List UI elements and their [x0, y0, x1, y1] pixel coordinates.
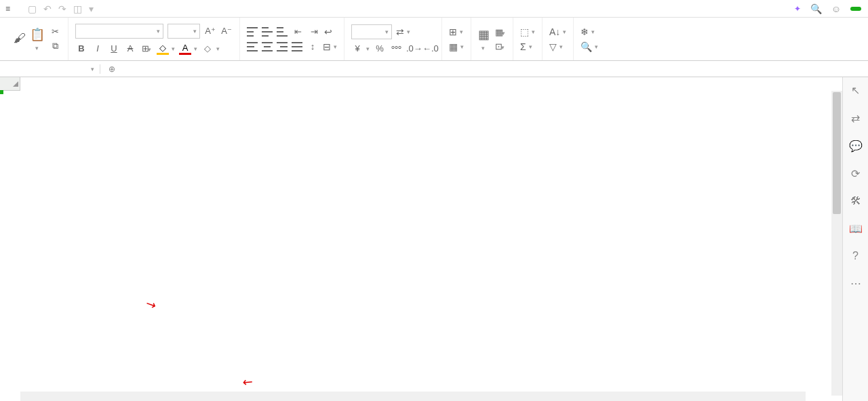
- percent-icon[interactable]: %: [374, 43, 386, 54]
- cursor-icon[interactable]: ↖: [851, 84, 860, 97]
- comment-icon[interactable]: 💬: [849, 140, 863, 152]
- find-button[interactable]: 🔍▾: [580, 41, 598, 52]
- sort-button[interactable]: A↓▾: [549, 26, 566, 37]
- copy-icon[interactable]: ⧉: [49, 41, 61, 51]
- ribbon: 🖌 📋▾ ✂ ⧉ ▾ ▾ A⁺ A⁻ B I U A ⊞▾ ◇▾ A▾ ◇▾: [0, 18, 868, 61]
- redo-icon[interactable]: ↷: [58, 3, 66, 14]
- backup-icon[interactable]: ⟳: [851, 167, 860, 180]
- tools-icon[interactable]: 🛠: [850, 195, 861, 207]
- side-panel: ↖ ⇄ 💬 ⟳ 🛠 📖 ? ⋯: [842, 77, 868, 401]
- qat-icon[interactable]: ◫: [73, 3, 82, 14]
- format-painter-button[interactable]: 🖌: [14, 31, 26, 47]
- feedback-icon[interactable]: ☺: [831, 3, 841, 14]
- help-icon[interactable]: ?: [852, 250, 859, 262]
- qat-icon[interactable]: ▾: [89, 3, 94, 14]
- name-box[interactable]: ▾: [0, 64, 100, 74]
- dec-decimal-icon[interactable]: ←.0: [422, 43, 435, 54]
- rowcol-button[interactable]: ⊞▾: [449, 26, 464, 37]
- font-name-select[interactable]: ▾: [75, 24, 163, 39]
- zoom-icon[interactable]: ⊕: [108, 64, 115, 74]
- currency-icon[interactable]: ¥: [351, 43, 363, 54]
- align-middle-icon[interactable]: [262, 27, 273, 37]
- search-icon[interactable]: 🔍: [810, 3, 822, 14]
- fill-button[interactable]: ⬚▾: [520, 26, 535, 37]
- clear-format-icon[interactable]: ◇: [201, 43, 214, 54]
- bold-button[interactable]: B: [75, 43, 87, 54]
- align-center-icon[interactable]: [262, 42, 273, 51]
- cell-style-icon[interactable]: ⊡▾: [494, 41, 506, 51]
- annotation-arrow-icon: ↘: [143, 295, 159, 313]
- convert-button[interactable]: ⇄▾: [396, 26, 410, 37]
- align-justify-icon[interactable]: [292, 42, 302, 51]
- align-left-icon[interactable]: [247, 42, 258, 51]
- file-menu[interactable]: ≡: [5, 4, 13, 14]
- align-top-icon[interactable]: [247, 27, 258, 37]
- decrease-font-icon[interactable]: A⁻: [220, 26, 233, 36]
- number-format-select[interactable]: ▾: [351, 24, 392, 39]
- comma-icon[interactable]: ᵒᵒᵒ: [390, 43, 402, 54]
- font-color-button[interactable]: A: [179, 43, 191, 55]
- underline-button[interactable]: U: [108, 43, 120, 54]
- book-icon[interactable]: 📖: [849, 222, 863, 235]
- filter-button[interactable]: ▽▾: [549, 41, 566, 52]
- share-button[interactable]: [850, 7, 861, 11]
- quick-access-toolbar: ▢ ↶ ↷ ◫ ▾: [28, 3, 94, 14]
- settings-icon[interactable]: ⇄: [851, 112, 860, 125]
- spreadsheet-grid[interactable]: ↘ ↘: [0, 77, 842, 401]
- horizontal-scrollbar[interactable]: [20, 392, 806, 401]
- strike-button[interactable]: A: [124, 43, 136, 54]
- save-icon[interactable]: ▢: [28, 3, 37, 14]
- fill-color-button[interactable]: ◇: [157, 43, 169, 55]
- selection-box: [0, 91, 3, 93]
- table-style-icon[interactable]: ▦▾: [494, 27, 506, 37]
- align-right-icon[interactable]: [277, 42, 288, 51]
- cond-format-button[interactable]: ▦▾: [478, 27, 490, 51]
- font-size-select[interactable]: ▾: [167, 24, 200, 39]
- freeze-button[interactable]: ❄▾: [580, 26, 598, 37]
- cut-icon[interactable]: ✂: [49, 26, 61, 37]
- indent-inc-icon[interactable]: ⇥: [308, 26, 320, 37]
- align-bottom-icon[interactable]: [277, 27, 288, 37]
- formula-bar: ▾ ⊕: [0, 61, 868, 77]
- annotation-arrow-icon: ↘: [239, 374, 256, 392]
- orientation-icon[interactable]: ↕: [307, 41, 319, 51]
- indent-dec-icon[interactable]: ⇤: [292, 26, 304, 37]
- more-icon[interactable]: ⋯: [850, 277, 861, 290]
- border-button[interactable]: ⊞▾: [140, 43, 153, 54]
- worksheet-button[interactable]: ▦▾: [449, 41, 464, 52]
- select-all-corner[interactable]: [0, 77, 20, 91]
- undo-icon[interactable]: ↶: [43, 3, 52, 14]
- title-bar: ≡ ▢ ↶ ↷ ◫ ▾ ✦ 🔍 ☺: [0, 0, 868, 18]
- name-box-input[interactable]: [0, 64, 68, 74]
- wrap-button[interactable]: ↩: [324, 26, 334, 37]
- inc-decimal-icon[interactable]: .0→: [406, 43, 418, 54]
- wps-ai-button[interactable]: ✦: [794, 4, 801, 14]
- vertical-scrollbar[interactable]: [831, 91, 842, 396]
- italic-button[interactable]: I: [92, 43, 104, 54]
- merge-button[interactable]: ⊟▾: [323, 41, 337, 52]
- paste-button[interactable]: 📋▾: [30, 27, 45, 51]
- increase-font-icon[interactable]: A⁺: [204, 26, 216, 36]
- sum-button[interactable]: Σ▾: [520, 41, 535, 52]
